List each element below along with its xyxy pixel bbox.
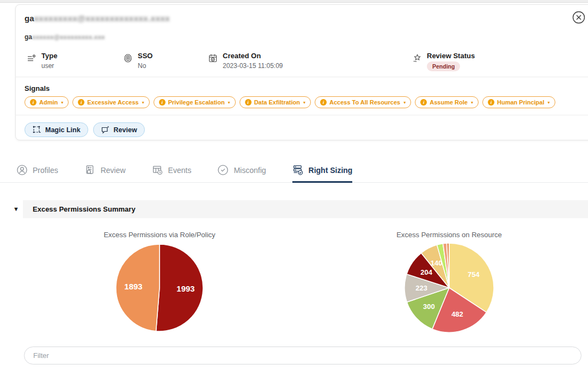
signal-chip-admin[interactable]: iAdmin▾ — [24, 96, 69, 108]
principal-title: gaxxxxxxxxx@xxxxxxxxxxxxx.xxxx — [24, 14, 170, 23]
status-badge: Pending — [427, 61, 460, 71]
tab-label: Profiles — [33, 166, 58, 175]
pie-slice-label: 140 — [431, 259, 443, 267]
excess-permissions-summary-header[interactable]: Excess Permissions Summary — [23, 200, 588, 218]
subtitle-prefix: ga — [24, 33, 32, 41]
field-label: SSO — [138, 52, 152, 60]
principal-detail-card: gaxxxxxxxxx@xxxxxxxxxxxxx.xxxx gaxxxxxx@… — [15, 4, 588, 140]
signal-chip-excessive-access[interactable]: iExcessive Access▾ — [72, 96, 149, 108]
magic-link-label: Magic Link — [45, 126, 81, 134]
signals-row: iAdmin▾ iExcessive Access▾ iPrivilege Es… — [24, 96, 555, 108]
info-icon: i — [30, 99, 36, 106]
signal-chip-label: Privilege Escalation — [168, 99, 225, 106]
tab-profiles[interactable]: Profiles — [16, 158, 58, 182]
actions-row: Magic Link Review — [24, 122, 145, 137]
info-icon: i — [245, 99, 252, 106]
principal-subtitle: gaxxxxxx@xxxxxxxxx.xxx — [24, 33, 105, 41]
pie-slice-label: 1893 — [124, 282, 142, 291]
pie-chart-resource: Excess Permissions on Resource 754482300… — [346, 231, 553, 335]
signals-label: Signals — [24, 84, 50, 92]
pie-resource-svg: 754482300223204140 — [400, 240, 498, 335]
info-icon: i — [488, 99, 494, 106]
redacted-title-text: xxxxxxxxx@xxxxxxxxxxxxx.xxxx — [34, 14, 170, 23]
pie-slice-label: 204 — [420, 268, 432, 276]
pie-slice-label: 300 — [423, 302, 435, 311]
summary-row: ▼ Excess Permissions Summary — [0, 200, 588, 218]
chart-title: Excess Permissions via Role/Policy — [56, 231, 263, 239]
tab-right-sizing[interactable]: Right Sizing — [292, 158, 353, 182]
info-icon: i — [78, 99, 84, 106]
review-button-label: Review — [114, 126, 137, 134]
pie-slice-label: 1993 — [176, 284, 194, 293]
field-review-status: Review Status Pending — [412, 52, 475, 71]
chevron-down-icon: ▾ — [142, 100, 144, 105]
magic-link-button[interactable]: Magic Link — [24, 122, 88, 137]
events-clock-icon — [152, 164, 163, 176]
profiles-icon — [16, 164, 28, 176]
field-label: Review Status — [427, 52, 475, 60]
pie-chart-role-policy: Excess Permissions via Role/Policy 19931… — [56, 231, 263, 335]
magic-link-icon — [32, 125, 41, 134]
signal-chip-label: Data Exfiltration — [254, 99, 300, 106]
redacted-subtitle-text: xxxxxx@xxxxxxxxx.xxx — [32, 34, 105, 40]
pie-role-policy-svg: 19931893 — [111, 240, 209, 335]
review-star-icon — [412, 53, 422, 71]
tab-label: Events — [168, 166, 192, 175]
signal-chip-label: Excessive Access — [87, 99, 138, 106]
tab-label: Right Sizing — [309, 166, 353, 175]
field-value: 2023-03-15 11:05:09 — [223, 62, 283, 70]
field-sso: SSO No — [123, 52, 152, 70]
signal-chip-assume-role[interactable]: iAssume Role▾ — [415, 96, 479, 108]
field-type: Type user — [27, 52, 57, 70]
field-label: Created On — [223, 52, 283, 60]
tab-misconfig[interactable]: Misconfig — [217, 158, 266, 182]
signal-chip-label: Admin — [39, 99, 58, 106]
field-label: Type — [41, 52, 57, 60]
type-icon — [27, 53, 36, 70]
chevron-down-icon: ▾ — [228, 100, 230, 105]
review-button[interactable]: Review — [93, 122, 145, 137]
info-icon: i — [420, 99, 427, 106]
divider — [16, 115, 588, 115]
chart-title: Excess Permissions on Resource — [346, 231, 553, 239]
tab-label: Misconfig — [234, 166, 266, 175]
chevron-down-icon: ▾ — [403, 100, 406, 105]
chevron-down-icon: ▾ — [303, 100, 305, 105]
divider — [16, 77, 588, 77]
chevron-down-icon: ▾ — [61, 100, 63, 105]
signal-chip-privilege-escalation[interactable]: iPrivilege Escalation▾ — [154, 96, 236, 108]
pie-slice-label: 754 — [468, 270, 480, 279]
pie-slice-label: 223 — [415, 284, 427, 292]
field-value: No — [138, 62, 152, 70]
tab-events[interactable]: Events — [152, 158, 192, 182]
close-icon[interactable] — [572, 10, 586, 24]
tab-label: Review — [101, 166, 126, 175]
signal-chip-label: Human Principal — [497, 99, 544, 106]
review-search-icon — [84, 164, 96, 176]
info-icon: i — [320, 99, 327, 106]
signal-chip-label: Assume Role — [430, 99, 468, 106]
signal-chip-access-to-all-resources[interactable]: iAccess To All Resources▾ — [315, 96, 411, 108]
chevron-down-icon: ▾ — [548, 100, 550, 105]
field-value: user — [41, 62, 57, 70]
signal-chip-label: Access To All Resources — [329, 99, 400, 106]
tab-bar: Profiles Review Events — [0, 158, 588, 183]
tab-review[interactable]: Review — [84, 158, 126, 182]
signal-chip-data-exfiltration[interactable]: iData Exfiltration▾ — [240, 96, 311, 108]
filter-input[interactable] — [24, 347, 581, 364]
summary-title: Excess Permissions Summary — [33, 205, 136, 213]
charts-area: Excess Permissions via Role/Policy 19931… — [0, 231, 588, 342]
pie-slice-label: 482 — [451, 310, 463, 318]
info-icon: i — [159, 99, 166, 106]
shield-check-icon — [217, 164, 229, 176]
signal-chip-human-principal[interactable]: iHuman Principal▾ — [482, 96, 555, 108]
field-created-on: Created On 2023-03-15 11:05:09 — [208, 52, 283, 70]
calendar-check-icon — [208, 53, 218, 70]
review-comment-icon — [101, 125, 110, 134]
chevron-down-icon: ▾ — [471, 100, 473, 105]
page-top-strip — [0, 0, 588, 3]
sso-fingerprint-icon — [123, 53, 133, 70]
right-sizing-icon — [292, 164, 304, 176]
title-prefix: ga — [24, 14, 34, 23]
collapse-arrow-icon[interactable]: ▼ — [13, 206, 19, 212]
